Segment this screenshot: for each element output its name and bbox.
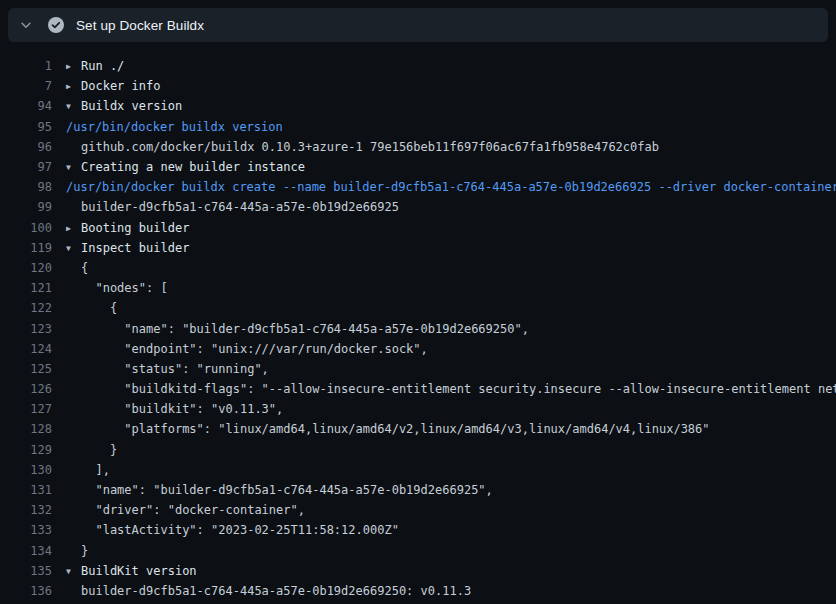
- log-line: 136 builder-d9cfb5a1-c764-445a-a57e-0b19…: [0, 581, 836, 601]
- log-group-line[interactable]: 97 ▼Creating a new builder instance: [0, 157, 836, 177]
- log-line: 128 "platforms": "linux/amd64,linux/amd6…: [0, 419, 836, 439]
- log-line: 120 {: [0, 258, 836, 278]
- log-line: 123 "name": "builder-d9cfb5a1-c764-445a-…: [0, 318, 836, 338]
- step-header[interactable]: Set up Docker Buildx: [8, 8, 828, 42]
- log-line: 130 ],: [0, 460, 836, 480]
- group-title: Inspect builder: [81, 241, 189, 255]
- log-line: 133 "lastActivity": "2023-02-25T11:58:12…: [0, 520, 836, 540]
- line-number[interactable]: 129: [0, 443, 52, 457]
- line-number[interactable]: 135: [0, 564, 52, 578]
- line-number[interactable]: 96: [0, 140, 52, 154]
- log-line: 122 {: [0, 298, 836, 318]
- line-text: }: [66, 544, 88, 558]
- group-title: BuildKit version: [81, 564, 197, 578]
- log-line: 127 "buildkit": "v0.11.3",: [0, 399, 836, 419]
- log-line: 96 github.com/docker/buildx 0.10.3+azure…: [0, 137, 836, 157]
- group-title: Creating a new builder instance: [81, 160, 305, 174]
- line-text: "lastActivity": "2023-02-25T11:58:12.000…: [66, 523, 399, 537]
- group-title: Buildx version: [81, 99, 182, 113]
- line-number[interactable]: 99: [0, 200, 52, 214]
- line-text: }: [66, 443, 117, 457]
- actions-log-panel: Set up Docker Buildx 1 ▶Run ./ 7 ▶Docker…: [0, 0, 836, 604]
- line-text: ▶Run ./: [66, 59, 124, 73]
- line-text: "status": "running",: [66, 362, 269, 376]
- line-number[interactable]: 98: [0, 180, 52, 194]
- line-number[interactable]: 126: [0, 382, 52, 396]
- line-number[interactable]: 133: [0, 523, 52, 537]
- line-text: /usr/bin/docker buildx version: [66, 120, 283, 134]
- line-number[interactable]: 119: [0, 241, 52, 255]
- line-text: builder-d9cfb5a1-c764-445a-a57e-0b19d2e6…: [66, 584, 471, 598]
- log-line: 124 "endpoint": "unix:///var/run/docker.…: [0, 339, 836, 359]
- line-number[interactable]: 131: [0, 483, 52, 497]
- line-text: {: [66, 261, 88, 275]
- line-text: {: [66, 301, 117, 315]
- line-text: "platforms": "linux/amd64,linux/amd64/v2…: [66, 422, 710, 436]
- line-text: /usr/bin/docker buildx create --name bui…: [66, 180, 836, 194]
- log-line: 95 /usr/bin/docker buildx version: [0, 117, 836, 137]
- line-text: ▼Creating a new builder instance: [66, 160, 305, 174]
- line-text: github.com/docker/buildx 0.10.3+azure-1 …: [66, 140, 659, 154]
- line-text: "name": "builder-d9cfb5a1-c764-445a-a57e…: [66, 322, 529, 336]
- check-circle-icon: [48, 17, 64, 33]
- line-number[interactable]: 94: [0, 99, 52, 113]
- line-text: ▼Inspect builder: [66, 241, 189, 255]
- log-line: 129 }: [0, 440, 836, 460]
- log-line: 98 /usr/bin/docker buildx create --name …: [0, 177, 836, 197]
- line-text: ▶Booting builder: [66, 221, 189, 235]
- line-number[interactable]: 7: [0, 79, 52, 93]
- group-title: Docker info: [81, 79, 160, 93]
- line-number[interactable]: 136: [0, 584, 52, 598]
- triangle-right-icon[interactable]: ▶: [66, 62, 81, 71]
- log-group-line[interactable]: 1 ▶Run ./: [0, 56, 836, 76]
- line-text: ▶Docker info: [66, 79, 160, 93]
- line-text: "buildkitd-flags": "--allow-insecure-ent…: [66, 382, 836, 396]
- line-text: "name": "builder-d9cfb5a1-c764-445a-a57e…: [66, 483, 493, 497]
- log-group-line[interactable]: 94 ▼Buildx version: [0, 96, 836, 116]
- log-line: 121 "nodes": [: [0, 278, 836, 298]
- line-number[interactable]: 122: [0, 301, 52, 315]
- log-group-line[interactable]: 135 ▼BuildKit version: [0, 561, 836, 581]
- group-title: Booting builder: [81, 221, 189, 235]
- log-group-line[interactable]: 7 ▶Docker info: [0, 76, 836, 96]
- line-text: "nodes": [: [66, 281, 168, 295]
- triangle-right-icon[interactable]: ▶: [66, 224, 81, 233]
- triangle-right-icon[interactable]: ▶: [66, 82, 81, 91]
- line-number[interactable]: 95: [0, 120, 52, 134]
- log-line: 125 "status": "running",: [0, 359, 836, 379]
- line-number[interactable]: 100: [0, 221, 52, 235]
- line-text: builder-d9cfb5a1-c764-445a-a57e-0b19d2e6…: [66, 200, 399, 214]
- line-number[interactable]: 123: [0, 322, 52, 336]
- line-number[interactable]: 130: [0, 463, 52, 477]
- line-number[interactable]: 1: [0, 59, 52, 73]
- line-number[interactable]: 125: [0, 362, 52, 376]
- line-text: ▼BuildKit version: [66, 564, 197, 578]
- log-line: 126 "buildkitd-flags": "--allow-insecure…: [0, 379, 836, 399]
- line-number[interactable]: 121: [0, 281, 52, 295]
- line-number[interactable]: 127: [0, 402, 52, 416]
- log-lines: 1 ▶Run ./ 7 ▶Docker info 94 ▼Buildx vers…: [0, 56, 836, 601]
- line-number[interactable]: 97: [0, 160, 52, 174]
- log-line: 131 "name": "builder-d9cfb5a1-c764-445a-…: [0, 480, 836, 500]
- step-title: Set up Docker Buildx: [76, 18, 204, 33]
- log-group-line[interactable]: 119 ▼Inspect builder: [0, 238, 836, 258]
- line-number[interactable]: 134: [0, 544, 52, 558]
- line-number[interactable]: 132: [0, 503, 52, 517]
- line-number[interactable]: 128: [0, 422, 52, 436]
- line-number[interactable]: 120: [0, 261, 52, 275]
- line-text: ],: [66, 463, 110, 477]
- chevron-down-icon[interactable]: [18, 17, 34, 33]
- log-line: 132 "driver": "docker-container",: [0, 500, 836, 520]
- triangle-down-icon[interactable]: ▼: [66, 163, 81, 172]
- line-number[interactable]: 124: [0, 342, 52, 356]
- log-line: 99 builder-d9cfb5a1-c764-445a-a57e-0b19d…: [0, 197, 836, 217]
- triangle-down-icon[interactable]: ▼: [66, 102, 81, 111]
- triangle-down-icon[interactable]: ▼: [66, 244, 81, 253]
- line-text: "endpoint": "unix:///var/run/docker.sock…: [66, 342, 428, 356]
- line-text: ▼Buildx version: [66, 99, 182, 113]
- log-line: 134 }: [0, 541, 836, 561]
- line-text: "buildkit": "v0.11.3",: [66, 402, 283, 416]
- triangle-down-icon[interactable]: ▼: [66, 567, 81, 576]
- log-group-line[interactable]: 100 ▶Booting builder: [0, 218, 836, 238]
- group-title: Run ./: [81, 59, 124, 73]
